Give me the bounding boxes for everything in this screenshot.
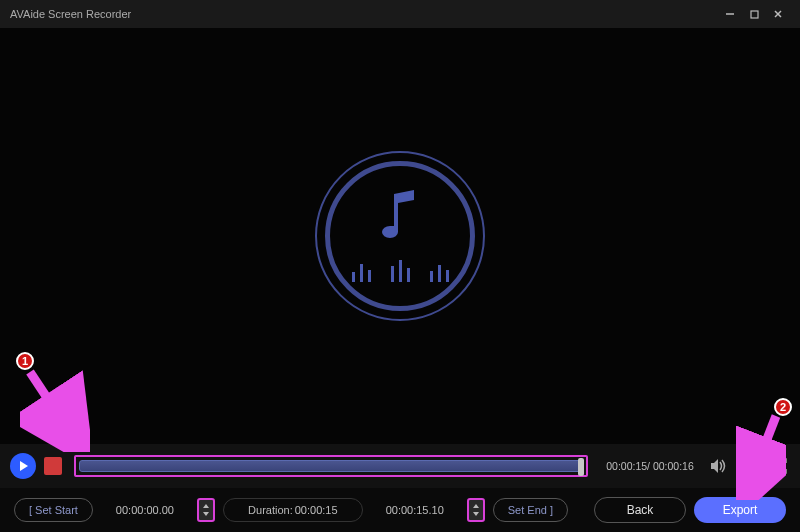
playback-controls: 00:00:15/ 00:00:16 [0,444,800,488]
minimize-button[interactable] [718,2,742,26]
current-time: 00:00:15 [606,460,647,472]
preview-area [0,28,800,444]
total-time: 00:00:16 [653,460,694,472]
timeline-handle[interactable] [578,458,584,476]
svg-rect-8 [745,460,750,463]
volume-icon[interactable] [708,458,730,474]
play-button[interactable] [10,453,36,479]
fullscreen-icon[interactable] [768,458,790,474]
title-bar: AVAide Screen Recorder [0,0,800,28]
duration-display: Duration:00:00:15 [223,498,363,522]
audio-visual-outer [315,151,485,321]
clip-controls: [ Set Start 00:00:00.00 Duration:00:00:1… [0,488,800,532]
end-time-stepper[interactable] [467,498,485,522]
svg-marker-9 [203,504,209,508]
music-note-icon [376,190,424,248]
svg-marker-12 [473,512,479,516]
svg-rect-1 [751,11,758,18]
svg-marker-4 [20,461,28,471]
duration-value: 00:00:15 [295,504,338,516]
svg-marker-11 [473,504,479,508]
snapshot-icon[interactable] [738,459,760,473]
start-time-field[interactable]: 00:00:00.00 [101,498,189,522]
time-display: 00:00:15/ 00:00:16 [600,460,700,472]
export-button[interactable]: Export [694,497,786,523]
duration-label: Duration: [248,504,293,516]
maximize-button[interactable] [742,2,766,26]
end-time-field[interactable]: 00:00:15.10 [371,498,459,522]
set-end-button[interactable]: Set End ] [493,498,568,522]
svg-marker-10 [203,512,209,516]
annotation-badge-2: 2 [774,398,792,416]
start-time-stepper[interactable] [197,498,215,522]
close-button[interactable] [766,2,790,26]
timeline-track [79,460,583,472]
set-start-button[interactable]: [ Set Start [14,498,93,522]
app-title: AVAide Screen Recorder [10,8,131,20]
audio-visual-inner [325,161,475,311]
stop-button[interactable] [44,457,62,475]
timeline[interactable] [74,455,588,477]
equalizer-icon [352,258,449,282]
back-button[interactable]: Back [594,497,686,523]
svg-point-7 [746,464,752,470]
svg-marker-5 [711,459,718,473]
annotation-badge-1: 1 [16,352,34,370]
